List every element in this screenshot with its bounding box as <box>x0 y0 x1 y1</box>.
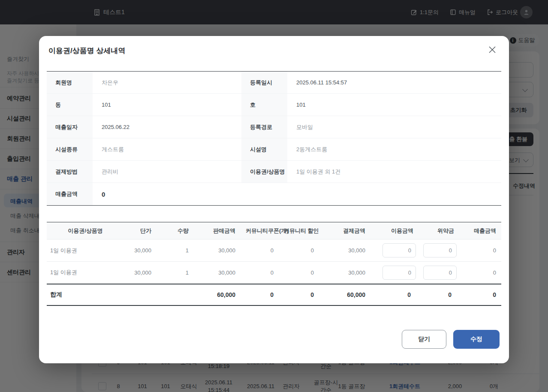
detail-info-table: 회원명 차은우 등록일시 2025.06.11 15:54:57 동 101 호… <box>47 71 501 206</box>
field-value-facility-name: 2동게스트룸 <box>287 138 501 160</box>
penalty-input[interactable] <box>423 243 457 257</box>
total-label: 합계 <box>47 284 124 305</box>
col-community-coupon: 커뮤니티쿠폰(개) <box>241 222 279 239</box>
field-label: 결제방법 <box>47 161 93 183</box>
field-value-sale-date: 2025.06.22 <box>93 116 241 138</box>
used-amount-input[interactable] <box>382 266 416 280</box>
items-row: 1일 이용권 30,000 1 30,000 0 0 30,000 0 <box>47 262 501 284</box>
field-label: 회원명 <box>47 72 93 93</box>
field-value-ho: 101 <box>287 94 501 116</box>
items-header-row: 이용권/상품명 단가 수량 판매금액 커뮤니티쿠폰(개) 커뮤니티 할인 결제금… <box>47 222 501 239</box>
field-value-sale-amount: 0 <box>93 183 241 205</box>
field-label: 매출일자 <box>47 116 93 138</box>
items-row: 1일 이용권 30,000 1 30,000 0 0 30,000 0 <box>47 239 501 262</box>
col-qty: 수량 <box>157 222 194 239</box>
close-icon[interactable] <box>486 44 498 56</box>
field-label: 등록경로 <box>241 116 287 138</box>
col-sale-amount: 판매금액 <box>194 222 241 239</box>
field-label: 호 <box>241 94 287 116</box>
field-value-pay-method: 관리비 <box>93 161 241 183</box>
col-penalty: 위약금 <box>419 222 459 239</box>
col-paid-amount: 결제금액 <box>319 222 370 239</box>
col-used-amount: 이용금액 <box>370 222 419 239</box>
field-label: 이용권/상품명 <box>241 161 287 183</box>
col-community-discount: 커뮤니티 할인 <box>279 222 319 239</box>
field-value-channel: 모바일 <box>287 116 501 138</box>
modal-title: 이용권/상품명 상세내역 <box>48 46 125 56</box>
penalty-input[interactable] <box>423 266 457 280</box>
field-label: 동 <box>47 94 93 116</box>
field-label: 매출금액 <box>47 183 93 205</box>
field-value-product-name: 1일 이용권 외 1건 <box>287 161 501 183</box>
close-button[interactable]: 닫기 <box>402 330 446 349</box>
field-value-facility-type: 게스트룸 <box>93 138 241 160</box>
col-product: 이용권/상품명 <box>47 222 124 239</box>
field-label: 등록일시 <box>241 72 287 93</box>
col-unit-price: 단가 <box>124 222 157 239</box>
field-value-member-name: 차은우 <box>93 72 241 93</box>
used-amount-input[interactable] <box>382 243 416 257</box>
items-total-row: 합계 60,000 0 0 60,000 0 0 0 <box>47 284 501 305</box>
col-revenue: 매출금액 <box>459 222 501 239</box>
submit-button[interactable]: 수정 <box>453 330 500 349</box>
field-label: 시설명 <box>241 138 287 160</box>
detail-modal: 이용권/상품명 상세내역 회원명 차은우 등록일시 2025.06.11 15:… <box>39 36 509 363</box>
items-table: 이용권/상품명 단가 수량 판매금액 커뮤니티쿠폰(개) 커뮤니티 할인 결제금… <box>47 222 501 306</box>
field-value-dong: 101 <box>93 94 241 116</box>
field-value-registered-at: 2025.06.11 15:54:57 <box>287 72 501 93</box>
field-label: 시설종류 <box>47 138 93 160</box>
